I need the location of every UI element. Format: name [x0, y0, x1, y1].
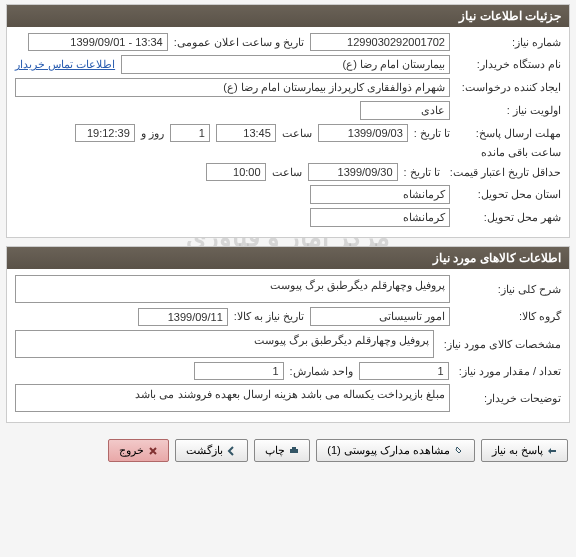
- panel2-title: اطلاعات کالاهای مورد نیاز: [7, 247, 569, 269]
- priority-value: عادی: [360, 101, 450, 120]
- back-button-label: بازگشت: [186, 444, 223, 457]
- minvalid-to-label: تا تاریخ :: [404, 166, 440, 179]
- need-number-label: شماره نیاز:: [456, 36, 561, 49]
- countdown-value: 19:12:39: [75, 124, 135, 142]
- svg-rect-1: [292, 447, 296, 449]
- province-value: کرمانشاه: [310, 185, 450, 204]
- minvalid-time: 10:00: [206, 163, 266, 181]
- group-label: گروه کالا:: [456, 310, 561, 323]
- close-icon: [148, 446, 158, 456]
- deadline-time: 13:45: [216, 124, 276, 142]
- unit-value: 1: [194, 362, 284, 380]
- reply-button-label: پاسخ به نیاز: [492, 444, 543, 457]
- notes-value: مبلغ بازپرداخت یکساله می باشد هزینه ارسا…: [15, 384, 450, 412]
- countdown-label: ساعت باقی مانده: [481, 146, 561, 159]
- spec-value: پروفیل وچهارقلم دیگرطبق برگ پیوست: [15, 330, 434, 358]
- deadline-label: مهلت ارسال پاسخ:: [456, 127, 561, 140]
- back-button[interactable]: بازگشت: [175, 439, 248, 462]
- days-remaining: 1: [170, 124, 210, 142]
- buyer-contact-link[interactable]: اطلاعات تماس خریدار: [15, 58, 115, 71]
- exit-button-label: خروج: [119, 444, 144, 457]
- deadline-time-label: ساعت: [282, 127, 312, 140]
- minvalid-date: 1399/09/30: [308, 163, 398, 181]
- paperclip-icon: [454, 446, 464, 456]
- minvalid-label: حداقل تاریخ اعتبار قیمت:: [446, 166, 561, 179]
- notes-label: توضیحات خریدار:: [456, 392, 561, 405]
- print-button[interactable]: چاپ: [254, 439, 310, 462]
- goods-info-panel: اطلاعات کالاهای مورد نیاز شرح کلی نیاز: …: [6, 246, 570, 423]
- need-date-value: 1399/09/11: [138, 308, 228, 326]
- group-value: امور تاسیساتی: [310, 307, 450, 326]
- qty-label: تعداد / مقدار مورد نیاز:: [455, 365, 561, 378]
- svg-rect-0: [290, 449, 298, 453]
- attachments-button[interactable]: مشاهده مدارک پیوستی (1): [316, 439, 475, 462]
- need-date-label: تاریخ نیاز به کالا:: [234, 310, 304, 323]
- panel1-title: جزئیات اطلاعات نیاز: [7, 5, 569, 27]
- buyer-label: نام دستگاه خریدار:: [456, 58, 561, 71]
- announce-label: تاریخ و ساعت اعلان عمومی:: [174, 36, 304, 49]
- minvalid-time-label: ساعت: [272, 166, 302, 179]
- need-number-value: 1299030292001702: [310, 33, 450, 51]
- exit-button[interactable]: خروج: [108, 439, 169, 462]
- print-button-label: چاپ: [265, 444, 285, 457]
- action-bar: پاسخ به نیاز مشاهده مدارک پیوستی (1) چاپ…: [0, 431, 576, 470]
- deadline-date: 1399/09/03: [318, 124, 408, 142]
- attachments-button-label: مشاهده مدارک پیوستی (1): [327, 444, 450, 457]
- desc-label: شرح کلی نیاز:: [456, 283, 561, 296]
- desc-value: پروفیل وچهارقلم دیگرطبق برگ پیوست: [15, 275, 450, 303]
- reply-icon: [547, 446, 557, 456]
- province-label: استان محل تحویل:: [456, 188, 561, 201]
- buyer-value: بیمارستان امام رضا (ع): [121, 55, 450, 74]
- city-label: شهر محل تحویل:: [456, 211, 561, 224]
- print-icon: [289, 446, 299, 456]
- announce-value: 13:34 - 1399/09/01: [28, 33, 168, 51]
- creator-label: ایجاد کننده درخواست:: [456, 81, 561, 94]
- need-details-panel: جزئیات اطلاعات نیاز شماره نیاز: 12990302…: [6, 4, 570, 238]
- priority-label: اولویت نیاز :: [456, 104, 561, 117]
- deadline-to-label: تا تاریخ :: [414, 127, 450, 140]
- creator-value: شهرام ذوالفقاری کارپرداز بیمارستان امام …: [15, 78, 450, 97]
- spec-label: مشخصات کالای مورد نیاز:: [440, 338, 561, 351]
- unit-label: واحد شمارش:: [290, 365, 353, 378]
- city-value: کرمانشاه: [310, 208, 450, 227]
- qty-value: 1: [359, 362, 449, 380]
- days-label: روز و: [141, 127, 164, 140]
- back-icon: [227, 446, 237, 456]
- reply-button[interactable]: پاسخ به نیاز: [481, 439, 568, 462]
